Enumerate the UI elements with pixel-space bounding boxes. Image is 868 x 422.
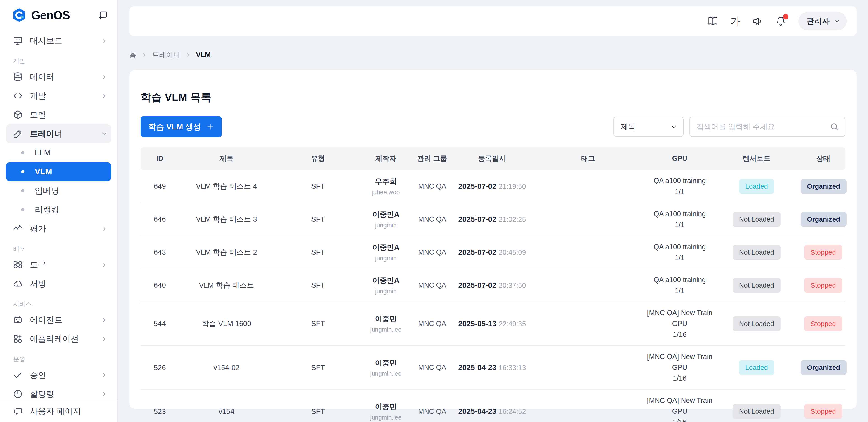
table-row[interactable]: 544 학습 VLM 1600 SFT 이중민 jungmin.lee MNC …: [141, 302, 845, 346]
tensorboard-badge: Not Loaded: [733, 278, 780, 293]
language-icon[interactable]: 가: [731, 15, 740, 28]
sidebar-item-label: VLM: [35, 167, 52, 176]
sidebar-item-data[interactable]: 데이터: [0, 67, 117, 86]
genos-logo-icon: [12, 8, 27, 23]
breadcrumb: 홈 트레이너 VLM: [129, 50, 857, 60]
search-box: [689, 117, 845, 137]
time-part: 21:02:25: [499, 216, 526, 223]
sidebar-item-agent[interactable]: 에이전트: [0, 311, 117, 329]
sidebar-item-tools[interactable]: 도구: [0, 255, 117, 274]
table-row[interactable]: 643 VLM 학습 테스트 2 SFT 이중민A jungmin MNC QA…: [141, 236, 845, 269]
bullet-icon: [21, 208, 24, 211]
sidebar-subitem-embedding[interactable]: 임베딩: [6, 181, 111, 200]
sidebar-subitem-reranking[interactable]: 리랭킹: [6, 200, 111, 219]
docs-book-icon[interactable]: [708, 16, 718, 27]
main-area: 가 관리자 홈 트레이너 VLM 학습 VLM 목록 학습 VLM 생성: [118, 0, 868, 422]
date-part: 2025-07-02: [458, 182, 496, 190]
table-row[interactable]: 646 VLM 학습 테스트 3 SFT 이중민A jungmin MNC QA…: [141, 203, 845, 236]
chevron-down-icon: [101, 130, 107, 137]
sidebar-section-ops: 운영: [13, 355, 117, 363]
sidebar: GenOS 대시보드 개발 데이터 개발 모델 트레이너: [0, 0, 118, 422]
top-header-bar: 가 관리자: [129, 6, 857, 36]
sidebar-item-develop[interactable]: 개발: [0, 86, 117, 105]
sidebar-item-label: 서빙: [30, 278, 46, 289]
cell-group: MNC QA: [410, 182, 455, 191]
time-part: 21:19:50: [499, 183, 526, 190]
sidebar-item-trainer[interactable]: 트레이너: [6, 124, 111, 143]
gpu-line: [MNC QA] New Train: [647, 307, 712, 318]
sidebar-item-label: 도구: [30, 259, 46, 270]
sidebar-nav: 대시보드 개발 데이터 개발 모델 트레이너 LLM: [0, 28, 117, 400]
table-row[interactable]: 523 v154 SFT 이중민 jungmin.lee MNC QA 2025…: [141, 390, 845, 422]
sidebar-item-label: 대시보드: [30, 35, 62, 46]
sidebar-item-quota[interactable]: 할당량: [0, 385, 117, 400]
search-field-select[interactable]: 제목: [614, 117, 684, 137]
apps-grid-icon: [13, 334, 23, 344]
table-row[interactable]: 526 v154-02 SFT 이중민 jungmin.lee MNC QA 2…: [141, 346, 845, 390]
cell-date: 2025-04-2316:33:13: [455, 363, 529, 372]
gpu-line: 1/1: [647, 252, 712, 263]
gpu-line: QA a100 training: [647, 208, 712, 219]
sidebar-collapse-icon[interactable]: [98, 10, 108, 20]
tools-icon: [13, 260, 23, 270]
cell-date: 2025-04-2316:24:52: [455, 407, 529, 416]
search-icon[interactable]: [830, 122, 839, 131]
col-type: 유형: [274, 154, 362, 163]
chevron-right-icon: [101, 261, 107, 268]
col-gpu: GPU: [647, 155, 712, 163]
breadcrumb-current: VLM: [196, 51, 211, 59]
cell-tensorboard: Loaded: [712, 360, 801, 375]
sidebar-subitem-vlm[interactable]: VLM: [6, 162, 111, 181]
breadcrumb-home[interactable]: 홈: [129, 50, 136, 60]
table-row[interactable]: 649 VLM 학습 테스트 4 SFT 우주희 juhee.woo MNC Q…: [141, 170, 845, 203]
sidebar-item-model[interactable]: 모델: [0, 105, 117, 124]
cell-type: SFT: [274, 182, 362, 190]
tensorboard-badge: Not Loaded: [733, 245, 780, 260]
megaphone-icon[interactable]: [752, 16, 763, 27]
cell-gpu: QA a100 training1/1: [647, 274, 712, 296]
account-menu[interactable]: 관리자: [798, 12, 847, 31]
notifications-bell-icon[interactable]: [775, 16, 786, 27]
sidebar-item-serving[interactable]: 서빙: [0, 274, 117, 293]
sidebar-item-application[interactable]: 애플리케이션: [0, 329, 117, 348]
cell-creator: 이중민 jungmin.lee: [362, 402, 410, 421]
creator-name: 이중민: [362, 402, 410, 412]
sidebar-item-dashboard[interactable]: 대시보드: [0, 31, 117, 50]
cell-title: VLM 학습 테스트 4: [179, 182, 274, 191]
sidebar-item-evaluation[interactable]: 평가: [0, 219, 117, 238]
gpu-line: QA a100 training: [647, 175, 712, 186]
status-badge: Stopped: [804, 245, 842, 260]
breadcrumb-trainer[interactable]: 트레이너: [152, 50, 180, 60]
status-badge: Stopped: [804, 316, 842, 331]
gpu-line: QA a100 training: [647, 241, 712, 252]
sidebar-item-label: 애플리케이션: [30, 333, 79, 345]
sidebar-subitem-llm[interactable]: LLM: [6, 143, 111, 162]
tensorboard-badge: Not Loaded: [733, 212, 780, 227]
bullet-icon: [21, 170, 24, 173]
table-header-row: ID 제목 유형 제작자 관리 그룹 등록일시 태그 GPU 텐서보드 상태: [141, 147, 845, 170]
sidebar-item-label: 할당량: [30, 389, 54, 400]
creator-name: 이중민: [362, 358, 410, 368]
date-part: 2025-07-02: [458, 215, 496, 223]
time-part: 16:33:13: [499, 364, 526, 371]
sidebar-footer-label: 사용자 페이지: [30, 406, 81, 417]
cell-gpu: [MNC QA] New TrainGPU1/16: [647, 395, 712, 422]
vlm-table: ID 제목 유형 제작자 관리 그룹 등록일시 태그 GPU 텐서보드 상태 6…: [141, 147, 845, 422]
sidebar-item-user-page[interactable]: 사용자 페이지: [0, 400, 117, 422]
create-vlm-button[interactable]: 학습 VLM 생성: [141, 116, 222, 137]
tensorboard-badge: Not Loaded: [733, 316, 780, 331]
col-creator: 제작자: [362, 154, 410, 163]
activity-chart-icon: [13, 223, 23, 234]
search-input[interactable]: [696, 122, 830, 131]
cell-id: 640: [141, 281, 179, 289]
cell-date: 2025-07-0221:19:50: [455, 182, 529, 191]
sidebar-item-label: 개발: [30, 90, 46, 101]
creator-id: jungmin.lee: [362, 326, 410, 333]
chevron-down-icon: [834, 18, 840, 24]
cell-date: 2025-07-0220:37:50: [455, 281, 529, 290]
sidebar-item-approval[interactable]: 승인: [0, 365, 117, 385]
cell-id: 544: [141, 319, 179, 328]
page-title: 학습 VLM 목록: [141, 90, 845, 104]
cell-type: SFT: [274, 248, 362, 256]
table-row[interactable]: 640 VLM 학습 테스트 SFT 이중민A jungmin MNC QA 2…: [141, 269, 845, 302]
